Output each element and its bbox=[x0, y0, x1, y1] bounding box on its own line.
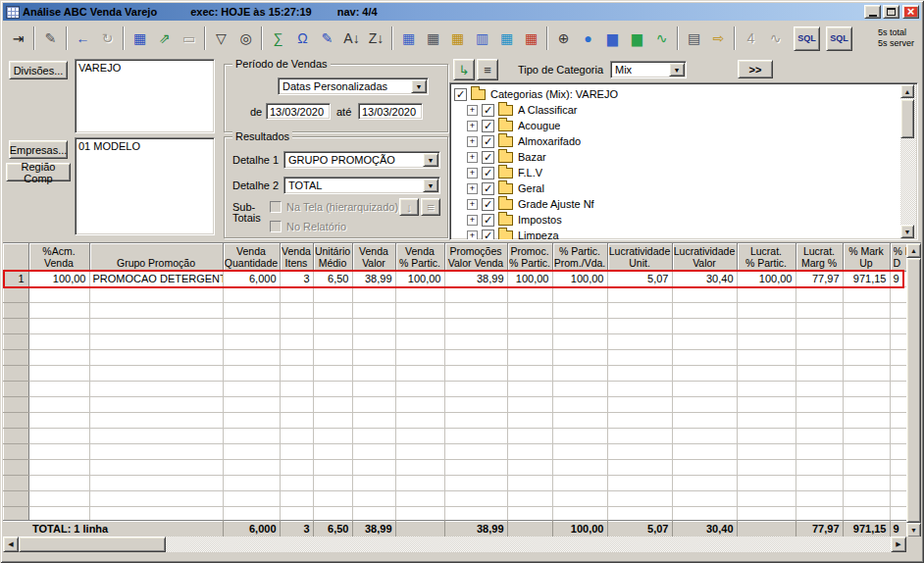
column-header[interactable]: Lucrat.Marg % bbox=[796, 243, 843, 271]
column-header[interactable]: LucratividadeValor bbox=[672, 243, 737, 271]
sort-desc-icon[interactable]: Z↓ bbox=[364, 26, 388, 51]
back-icon[interactable]: ← bbox=[71, 26, 95, 51]
sql-button-2[interactable]: SQL bbox=[826, 26, 852, 51]
expand-plus-icon[interactable]: + bbox=[467, 168, 478, 179]
scroll-left-icon[interactable]: ◀ bbox=[3, 537, 19, 552]
tipo-categoria-dropdown[interactable]: Mix ▼ bbox=[610, 61, 687, 78]
tree-levels-button[interactable]: ≡ bbox=[477, 59, 498, 80]
filter-icon[interactable]: ▽ bbox=[209, 26, 233, 51]
totalizer-grid-icon[interactable]: ∑ bbox=[266, 26, 290, 51]
chevron-down-icon[interactable]: ▼ bbox=[411, 79, 427, 93]
scroll-thumb[interactable] bbox=[906, 258, 921, 523]
table-blue-icon[interactable]: ▦ bbox=[396, 26, 421, 51]
column-header[interactable]: % MarkUp bbox=[843, 243, 890, 271]
checkbox-checked-icon[interactable]: ✓ bbox=[454, 88, 467, 101]
maximize-button[interactable] bbox=[883, 5, 899, 19]
close-button[interactable]: × bbox=[902, 5, 919, 19]
column-header[interactable]: % Partic.Prom./Vda. bbox=[552, 243, 607, 271]
regiao-comp-button[interactable]: Região Comp bbox=[6, 163, 71, 181]
checkbox-checked-icon[interactable]: ✓ bbox=[482, 104, 494, 117]
column-header[interactable]: LucratividadeUnit. bbox=[607, 243, 672, 271]
empresas-button[interactable]: Empresas... bbox=[9, 140, 68, 159]
exit-icon[interactable]: ⇥ bbox=[6, 26, 30, 51]
period-type-dropdown[interactable]: Datas Personalizadas ▼ bbox=[278, 77, 429, 95]
company-list[interactable]: 01 MODELO bbox=[75, 137, 215, 235]
tree-item[interactable]: +✓Bazar bbox=[454, 149, 898, 165]
sort-asc-icon[interactable]: A↓ bbox=[339, 26, 364, 51]
scroll-down-icon[interactable]: ▼ bbox=[900, 225, 914, 238]
expand-plus-icon[interactable]: + bbox=[467, 121, 478, 131]
bar-chart-icon[interactable]: ▆ bbox=[600, 26, 625, 51]
table-row[interactable]: 1100,00PROMOCAO DETERGENTE6,00036,5038,9… bbox=[3, 271, 906, 286]
tree-item[interactable]: +✓Acougue bbox=[454, 118, 898, 133]
column-header[interactable]: Promoc.% Partic. bbox=[507, 243, 552, 271]
expand-categories-button[interactable]: >> bbox=[738, 60, 773, 78]
minimize-button[interactable] bbox=[864, 5, 881, 19]
checkbox-checked-icon[interactable]: ✓ bbox=[482, 135, 494, 148]
tree-item[interactable]: +✓F.L.V bbox=[454, 165, 898, 180]
column-header[interactable]: VendaItens bbox=[280, 243, 313, 271]
tree-item[interactable]: +✓Limpeza bbox=[454, 228, 898, 240]
chevron-down-icon[interactable]: ▼ bbox=[669, 63, 685, 77]
scroll-right-icon[interactable]: ▶ bbox=[891, 537, 906, 552]
division-list[interactable]: VAREJO bbox=[75, 59, 215, 133]
checkbox-checked-icon[interactable]: ✓ bbox=[482, 151, 494, 164]
column-header[interactable]: % LD bbox=[890, 243, 906, 271]
table-check-icon[interactable]: ▦ bbox=[494, 26, 519, 51]
tree-item[interactable]: +✓Impostos bbox=[454, 212, 898, 228]
scales-icon[interactable]: Ω bbox=[290, 26, 315, 51]
edit-icon[interactable]: ✎ bbox=[38, 26, 63, 51]
column-header[interactable]: Venda% Partic. bbox=[395, 243, 444, 271]
column-header[interactable]: PromoçõesValor Venda bbox=[444, 243, 507, 271]
line-chart-icon[interactable]: ∿ bbox=[649, 26, 674, 51]
expand-plus-icon[interactable]: + bbox=[467, 152, 478, 163]
date-to-field[interactable] bbox=[358, 103, 423, 120]
checkbox-checked-icon[interactable]: ✓ bbox=[482, 198, 494, 211]
column-header[interactable]: %Acm.Venda bbox=[28, 243, 89, 271]
checkbox-checked-icon[interactable]: ✓ bbox=[482, 214, 494, 227]
chevron-down-icon[interactable]: ▼ bbox=[423, 179, 438, 192]
date-from-field[interactable] bbox=[266, 103, 331, 120]
export-icon[interactable]: ⇨ bbox=[706, 26, 731, 51]
horizontal-scrollbar[interactable]: ◀ ▶ bbox=[3, 537, 906, 552]
expand-plus-icon[interactable]: + bbox=[467, 183, 478, 194]
scroll-up-icon[interactable]: ▲ bbox=[906, 243, 921, 258]
detalhe2-dropdown[interactable]: TOTAL ▼ bbox=[283, 177, 440, 194]
chart-export-icon[interactable]: ⇗ bbox=[152, 26, 177, 51]
column-header[interactable]: Grupo Promoção bbox=[89, 243, 223, 271]
table-columns-icon[interactable]: ▥ bbox=[470, 26, 494, 51]
sql-button-1[interactable]: SQL bbox=[794, 26, 820, 51]
expand-plus-icon[interactable]: + bbox=[467, 105, 478, 116]
column-header[interactable]: UnitárioMédio bbox=[313, 243, 352, 271]
list-item[interactable]: 01 MODELO bbox=[78, 140, 211, 152]
divisoes-button[interactable]: Divisões... bbox=[9, 61, 68, 79]
chevron-down-icon[interactable]: ▼ bbox=[423, 153, 438, 167]
tree-scrollbar[interactable]: ▲ ▼ bbox=[900, 84, 916, 238]
green-chart-icon[interactable]: ▆ bbox=[625, 26, 649, 51]
table-dark-icon[interactable]: ▦ bbox=[421, 26, 445, 51]
zoom-icon[interactable]: ⊕ bbox=[551, 26, 576, 51]
column-header[interactable]: VendaValor bbox=[352, 243, 395, 271]
list-item[interactable]: VAREJO bbox=[78, 62, 211, 74]
expand-plus-icon[interactable]: + bbox=[467, 215, 478, 226]
scroll-thumb[interactable] bbox=[19, 537, 166, 552]
data-grid-icon[interactable]: ▦ bbox=[128, 26, 152, 51]
find-icon[interactable]: ◎ bbox=[233, 26, 258, 51]
scroll-up-icon[interactable]: ▲ bbox=[900, 84, 914, 98]
column-header[interactable]: VendaQuantidade bbox=[223, 243, 280, 271]
tree-root-item[interactable]: ✓ Categorias (Mix): VAREJO bbox=[454, 86, 898, 102]
scroll-down-icon[interactable]: ▼ bbox=[906, 523, 921, 537]
chart-edit-icon[interactable]: ✎ bbox=[315, 26, 339, 51]
print-icon[interactable]: ▤ bbox=[682, 26, 706, 51]
tree-item[interactable]: +✓Geral bbox=[454, 180, 898, 196]
checkbox-checked-icon[interactable]: ✓ bbox=[482, 182, 494, 195]
column-header[interactable]: Lucrat.% Partic. bbox=[737, 243, 796, 271]
scroll-thumb[interactable] bbox=[900, 99, 914, 138]
globe-icon[interactable]: ● bbox=[576, 26, 600, 51]
expand-plus-icon[interactable]: + bbox=[467, 136, 478, 147]
checkbox-checked-icon[interactable]: ✓ bbox=[482, 120, 494, 132]
expand-plus-icon[interactable]: + bbox=[467, 230, 478, 241]
checkbox-checked-icon[interactable]: ✓ bbox=[482, 230, 494, 241]
checkbox-checked-icon[interactable]: ✓ bbox=[482, 167, 494, 179]
table-currency-icon[interactable]: ▦ bbox=[445, 26, 470, 51]
